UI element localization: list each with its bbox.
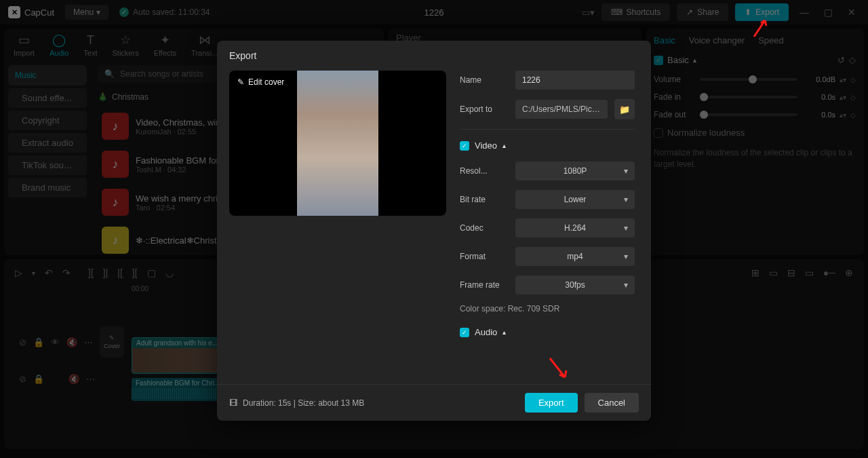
export-to-row: Export to C:/Users/PMLS/Pictur... 📁 bbox=[460, 99, 635, 119]
name-row: Name bbox=[460, 71, 635, 90]
edit-cover-button[interactable]: ✎Edit cover bbox=[237, 77, 284, 87]
bitrate-row: Bit rateLower bbox=[460, 190, 635, 209]
codec-select[interactable]: H.264 bbox=[515, 218, 635, 237]
bitrate-label: Bit rate bbox=[460, 195, 509, 204]
chevron-up-icon: ▴ bbox=[502, 328, 506, 336]
name-label: Name bbox=[460, 75, 509, 85]
name-input[interactable] bbox=[515, 71, 635, 90]
framerate-row: Frame rate30fps bbox=[460, 275, 635, 294]
resolution-row: Resol...1080P bbox=[460, 161, 635, 180]
modal-body: ✎Edit cover Name Export to C:/Users/PMLS… bbox=[217, 71, 651, 384]
cancel-button[interactable]: Cancel bbox=[585, 393, 639, 413]
export-to-label: Export to bbox=[460, 104, 509, 114]
video-section-header[interactable]: ✓Video▴ bbox=[460, 140, 635, 151]
framerate-label: Frame rate bbox=[460, 280, 509, 290]
folder-icon: 📁 bbox=[619, 104, 630, 115]
bitrate-select[interactable]: Lower bbox=[515, 190, 635, 209]
footer-info: 🎞Duration: 15s | Size: about 13 MB bbox=[229, 398, 364, 408]
codec-row: CodecH.264 bbox=[460, 218, 635, 237]
cover-image bbox=[297, 71, 378, 216]
resolution-label: Resol... bbox=[460, 166, 509, 176]
framerate-select[interactable]: 30fps bbox=[515, 275, 635, 294]
pencil-icon: ✎ bbox=[237, 77, 244, 87]
format-select[interactable]: mp4 bbox=[515, 247, 635, 266]
codec-label: Codec bbox=[460, 223, 509, 233]
audio-section-header[interactable]: ✓Audio▴ bbox=[460, 327, 635, 337]
cover-preview[interactable]: ✎Edit cover bbox=[229, 71, 446, 216]
modal-left: ✎Edit cover bbox=[229, 71, 446, 384]
export-path: C:/Users/PMLS/Pictur... bbox=[515, 100, 608, 119]
modal-settings: Name Export to C:/Users/PMLS/Pictur... 📁… bbox=[460, 71, 639, 384]
colorspace-note: Color space: Rec. 709 SDR bbox=[460, 304, 635, 313]
export-modal: Export ✎Edit cover Name Export to C:/Use… bbox=[217, 41, 651, 421]
divider bbox=[460, 129, 635, 130]
format-row: Formatmp4 bbox=[460, 247, 635, 266]
format-label: Format bbox=[460, 252, 509, 261]
chevron-up-icon: ▴ bbox=[502, 142, 506, 149]
film-icon: 🎞 bbox=[229, 398, 237, 408]
export-confirm-button[interactable]: Export bbox=[525, 393, 578, 413]
resolution-select[interactable]: 1080P bbox=[515, 161, 635, 180]
modal-footer: 🎞Duration: 15s | Size: about 13 MB Expor… bbox=[217, 384, 651, 421]
checkbox-icon: ✓ bbox=[460, 328, 469, 337]
browse-folder-button[interactable]: 📁 bbox=[614, 99, 635, 119]
checkbox-icon: ✓ bbox=[460, 141, 469, 151]
modal-title: Export bbox=[217, 41, 651, 71]
